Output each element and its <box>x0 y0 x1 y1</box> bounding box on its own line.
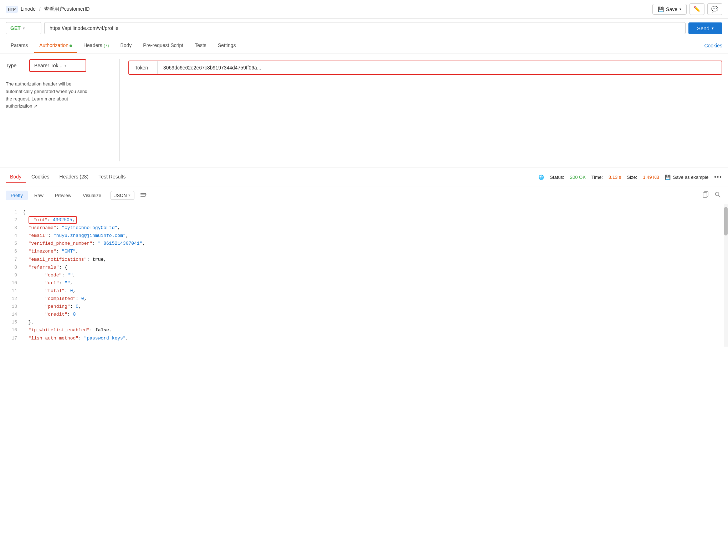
app-header: HTP Linode / 查看用户customerID 💾 Save ▾ ✏️ … <box>0 0 728 19</box>
format-label: JSON <box>114 193 127 198</box>
body-actions <box>701 190 722 201</box>
edit-button[interactable]: ✏️ <box>689 3 704 15</box>
code-container: 1 { 2 "uid": 4302505, 3 "username": "cyt… <box>0 204 728 347</box>
bearer-type-select[interactable]: Bearer Tok... ▾ <box>29 59 86 72</box>
token-label: Token <box>129 61 158 74</box>
scrollbar-track[interactable] <box>724 204 728 347</box>
resp-tab-body[interactable]: Body <box>6 171 26 183</box>
body-tab-raw[interactable]: Raw <box>29 191 48 200</box>
code-line-17: 17 "lish_auth_method": "password_keys", <box>0 335 728 342</box>
code-line-13: 13 "pending": 0, <box>0 303 728 311</box>
tab-pre-request-script[interactable]: Pre-request Script <box>138 38 188 53</box>
type-row: Type Bearer Tok... ▾ <box>6 59 114 72</box>
status-value: 200 OK <box>570 175 586 180</box>
search-button[interactable] <box>713 190 722 201</box>
copy-button[interactable] <box>701 190 710 201</box>
svg-rect-0 <box>140 193 146 194</box>
globe-icon: 🌐 <box>538 175 544 180</box>
size-value: 1.49 KB <box>643 175 659 180</box>
auth-link[interactable]: authorization ↗ <box>6 103 37 109</box>
svg-rect-4 <box>703 193 707 197</box>
code-line-11: 11 "total": 0, <box>0 287 728 295</box>
code-line-10: 10 "url": "", <box>0 279 728 287</box>
tab-params[interactable]: Params <box>6 38 33 53</box>
size-label: Size: <box>627 175 637 180</box>
chevron-down-icon: ▾ <box>680 7 681 11</box>
code-line-8: 8 "referrals": { <box>0 264 728 271</box>
resp-status: 🌐 Status: 200 OK Time: 3.13 s Size: 1.49… <box>538 174 722 180</box>
svg-rect-2 <box>140 196 145 197</box>
svg-rect-1 <box>140 195 145 195</box>
header-left: HTP Linode / 查看用户customerID <box>6 6 89 13</box>
auth-section: Type Bearer Tok... ▾ The authorization h… <box>0 53 728 167</box>
more-options-button[interactable]: ••• <box>714 174 722 180</box>
wrap-icon <box>140 192 147 198</box>
request-tabs: Params Authorization Headers (7) Body Pr… <box>0 38 728 53</box>
tab-headers[interactable]: Headers (7) <box>78 38 114 53</box>
token-row: Token <box>128 61 722 75</box>
format-chevron-icon: ▾ <box>128 193 130 198</box>
chat-button[interactable]: 💬 <box>707 3 722 15</box>
save-example-icon: 💾 <box>665 175 671 180</box>
method-chevron-icon: ▾ <box>23 26 25 31</box>
method-select[interactable]: GET ▾ <box>6 22 41 34</box>
breadcrumb: Linode / 查看用户customerID <box>21 6 89 12</box>
url-input[interactable] <box>44 22 686 34</box>
time-value: 3.13 s <box>609 175 621 180</box>
svg-line-6 <box>719 196 721 197</box>
search-icon <box>714 191 721 198</box>
code-line-1: 1 { <box>0 208 728 216</box>
response-header: Body Cookies Headers (28) Test Results 🌐… <box>0 167 728 187</box>
body-tab-visualize[interactable]: Visualize <box>78 191 106 200</box>
code-line-14: 14 "credit": 0 <box>0 311 728 318</box>
body-tab-pretty[interactable]: Pretty <box>6 191 28 200</box>
tab-settings[interactable]: Settings <box>213 38 241 53</box>
resp-tab-test-results[interactable]: Test Results <box>94 171 130 183</box>
format-select[interactable]: JSON ▾ <box>111 191 134 200</box>
code-line-7: 7 "email_notifications": true, <box>0 256 728 264</box>
status-label: Status: <box>550 175 564 180</box>
token-input[interactable] <box>158 61 722 74</box>
resp-tab-cookies[interactable]: Cookies <box>27 171 54 183</box>
chat-icon: 💬 <box>711 6 718 12</box>
cookies-link[interactable]: Cookies <box>704 38 722 53</box>
code-line-15: 15 }, <box>0 318 728 326</box>
scrollbar-thumb[interactable] <box>724 207 728 235</box>
copy-icon <box>702 191 709 198</box>
save-example-button[interactable]: 💾 Save as example <box>665 175 708 180</box>
type-label: Type <box>6 63 24 68</box>
auth-description: The authorization header will be automat… <box>6 81 114 110</box>
type-chevron-icon: ▾ <box>65 63 67 68</box>
header-right: 💾 Save ▾ ✏️ 💬 <box>652 3 722 15</box>
code-line-2: 2 "uid": 4302505, <box>0 216 728 224</box>
send-chevron-icon: ▾ <box>712 26 714 31</box>
send-button[interactable]: Send ▾ <box>688 22 722 34</box>
code-line-4: 4 "email": "huyu.zhang@jinmuinfo.com", <box>0 232 728 240</box>
url-bar: GET ▾ Send ▾ <box>0 19 728 38</box>
code-line-12: 12 "completed": 0, <box>0 295 728 303</box>
resp-tab-headers[interactable]: Headers (28) <box>55 171 93 183</box>
code-line-5: 5 "verified_phone_number": "+86152143070… <box>0 240 728 248</box>
body-tabs: Pretty Raw Preview Visualize JSON ▾ <box>0 187 728 204</box>
save-button[interactable]: 💾 Save ▾ <box>652 4 687 15</box>
code-wrapper: 1 { 2 "uid": 4302505, 3 "username": "cyt… <box>0 204 728 347</box>
wrap-button[interactable] <box>139 190 148 201</box>
code-line-9: 9 "code": "", <box>0 271 728 279</box>
tab-authorization[interactable]: Authorization <box>34 38 77 53</box>
auth-right: Token <box>120 59 722 161</box>
time-label: Time: <box>591 175 603 180</box>
app-icon: HTP <box>6 6 18 13</box>
tab-tests[interactable]: Tests <box>190 38 211 53</box>
body-tab-preview[interactable]: Preview <box>50 191 76 200</box>
save-icon: 💾 <box>658 6 664 12</box>
code-line-6: 6 "timezone": "GMT", <box>0 248 728 255</box>
code-line-16: 16 "ip_whitelist_enabled": false, <box>0 326 728 334</box>
auth-left: Type Bearer Tok... ▾ The authorization h… <box>6 59 120 161</box>
edit-icon: ✏️ <box>693 6 701 12</box>
authorization-dot <box>70 45 72 47</box>
code-line-3: 3 "username": "cyttechnologyCoLtd", <box>0 224 728 232</box>
method-label: GET <box>10 25 21 31</box>
tab-body[interactable]: Body <box>115 38 137 53</box>
